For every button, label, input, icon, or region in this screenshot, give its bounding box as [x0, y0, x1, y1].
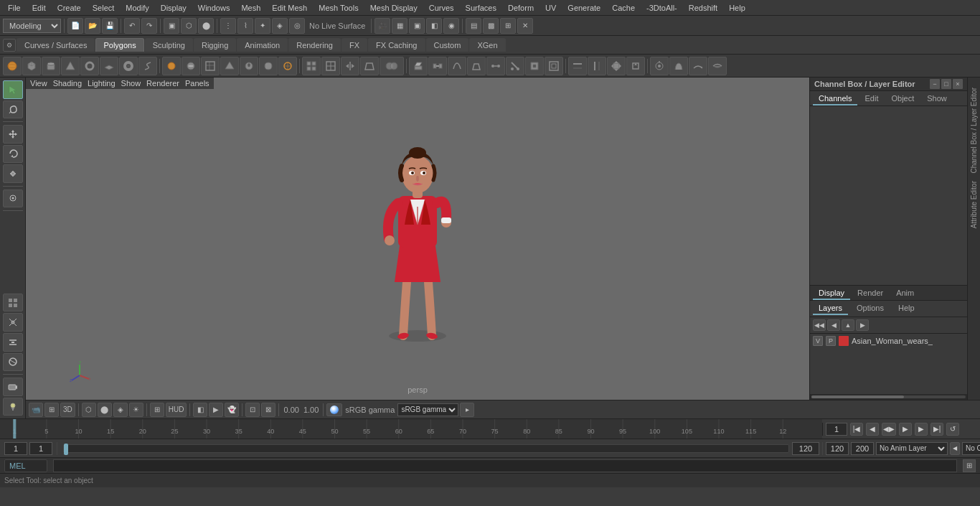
deform-btn[interactable]	[669, 57, 688, 75]
tab-settings-btn[interactable]: ⚙	[3, 39, 16, 52]
layer-p-btn[interactable]: P	[826, 336, 836, 346]
bridge-btn[interactable]	[428, 57, 447, 75]
ring-sel-btn[interactable]	[588, 57, 606, 75]
vt-texture-btn[interactable]: ◈	[113, 403, 128, 417]
transport-prev-frame-btn[interactable]: ◀	[866, 423, 879, 436]
lattice-btn[interactable]	[201, 57, 220, 75]
playback-bar[interactable]	[63, 444, 789, 453]
platonic-btn[interactable]	[220, 57, 239, 75]
menu-select[interactable]: Select	[88, 2, 120, 14]
command-line-input[interactable]	[53, 459, 957, 472]
menu-mesh[interactable]: Mesh	[236, 2, 265, 14]
vp-panels-menu[interactable]: Panels	[185, 79, 209, 88]
cb-tab-show[interactable]: Show	[921, 93, 953, 106]
menu-file[interactable]: File	[3, 2, 26, 14]
tab-animation[interactable]: Animation	[237, 38, 288, 52]
mel-indicator[interactable]: MEL	[4, 459, 47, 472]
vp-show-menu[interactable]: Show	[121, 79, 141, 88]
menu-surfaces[interactable]: Surfaces	[461, 2, 501, 14]
menu-windows[interactable]: Windows	[193, 2, 235, 14]
light-tool-btn[interactable]	[3, 398, 23, 416]
camera-btn[interactable]: 🎥	[374, 18, 390, 34]
vp-shading-menu[interactable]: Shading	[53, 79, 82, 88]
display-mode-btn[interactable]	[3, 294, 23, 312]
vp-lighting-menu[interactable]: Lighting	[88, 79, 116, 88]
show-manipulator-btn[interactable]	[3, 189, 23, 208]
start-frame-input[interactable]	[4, 442, 27, 455]
bevel-btn[interactable]	[360, 57, 379, 75]
vt-anim-btn[interactable]: ▶	[209, 403, 223, 417]
lasso-btn[interactable]: ⬡	[181, 18, 197, 34]
range-end-input[interactable]	[826, 442, 849, 455]
anim-layer-btn1[interactable]: ◀	[950, 442, 960, 455]
transport-next-frame-btn[interactable]: ▶	[915, 423, 928, 436]
layer-tab-anim[interactable]: Anim	[890, 287, 920, 300]
sphere-btn[interactable]	[3, 57, 22, 75]
vt-light-btn[interactable]: ☀	[129, 403, 143, 417]
mirror-btn[interactable]	[341, 57, 359, 75]
vt-more-btn[interactable]: ▸	[460, 403, 474, 417]
tab-sculpting[interactable]: Sculpting	[145, 38, 193, 52]
layer-back-btn[interactable]: ◀◀	[813, 319, 826, 331]
transport-next-key-btn[interactable]: ▶|	[930, 423, 943, 436]
menu-edit-mesh[interactable]: Edit Mesh	[267, 2, 312, 14]
scale-tool-btn[interactable]	[3, 164, 23, 183]
helix-btn[interactable]	[138, 57, 157, 75]
new-file-btn[interactable]: 📄	[67, 18, 83, 34]
quick-sel-btn[interactable]: ⊞	[500, 18, 516, 34]
viewport[interactable]: View Shading Lighting Show Renderer Pane…	[26, 78, 809, 400]
vp-view-menu[interactable]: View	[30, 79, 47, 88]
shrink-sel-btn[interactable]	[626, 57, 645, 75]
menu-modify[interactable]: Modify	[121, 2, 154, 14]
tab-custom[interactable]: Custom	[426, 38, 469, 52]
combine-btn[interactable]	[380, 57, 404, 75]
transport-prev-key-btn[interactable]: |◀	[850, 423, 863, 436]
vt-extra1-btn[interactable]: ⊡	[245, 403, 260, 417]
pipe-btn[interactable]	[119, 57, 138, 75]
tab-polygons[interactable]: Polygons	[95, 38, 143, 52]
geo-btn[interactable]	[278, 57, 297, 75]
redo-btn[interactable]: ↷	[141, 18, 157, 34]
vt-color-mode-btn[interactable]	[326, 403, 342, 416]
plane-btn[interactable]	[100, 57, 118, 75]
vt-ghost-btn[interactable]: 👻	[225, 403, 239, 417]
save-file-btn[interactable]: 💾	[102, 18, 118, 34]
snap-point-btn[interactable]: ✦	[255, 18, 270, 34]
menu-display[interactable]: Display	[156, 2, 192, 14]
menu-mesh-tools[interactable]: Mesh Tools	[314, 2, 363, 14]
transport-play-btn[interactable]: ▶	[899, 423, 912, 436]
menu-help[interactable]: Help	[724, 2, 750, 14]
move-tool-btn[interactable]	[3, 125, 23, 144]
cylinder-btn[interactable]	[42, 57, 60, 75]
tab-xgen[interactable]: XGen	[469, 38, 505, 52]
menu-mesh-display[interactable]: Mesh Display	[365, 2, 423, 14]
vt-frame-btn[interactable]: ⊞	[44, 403, 59, 417]
layer-row-0[interactable]: V P Asian_Woman_wears_	[810, 334, 967, 348]
render-btn[interactable]: ▦	[392, 18, 407, 34]
right-sidebar-btn[interactable]: ▤	[466, 18, 481, 34]
tab-fx[interactable]: FX	[341, 38, 367, 52]
layer-up-btn[interactable]: ▲	[842, 319, 854, 331]
tab-rigging[interactable]: Rigging	[194, 38, 236, 52]
subdiv-btn[interactable]	[182, 57, 200, 75]
select-btn[interactable]: ▣	[164, 18, 179, 34]
extra-btn2[interactable]: ✕	[517, 18, 533, 34]
ball-btn[interactable]	[162, 57, 181, 75]
attribute-editor-edge-label[interactable]: Attribute Editor	[969, 178, 979, 231]
cb-tab-channels[interactable]: Channels	[813, 93, 857, 106]
undo-btn[interactable]: ↶	[124, 18, 140, 34]
vp-renderer-menu[interactable]: Renderer	[146, 79, 179, 88]
panel-minimize-btn[interactable]: −	[930, 79, 940, 89]
transfer-btn[interactable]	[689, 57, 707, 75]
snap-surface-btn[interactable]: ◎	[289, 18, 305, 34]
open-file-btn[interactable]: 📂	[85, 18, 100, 34]
cb-tab-object[interactable]: Object	[885, 93, 920, 106]
panel-close-btn[interactable]: ×	[953, 79, 963, 89]
snap-grid-btn[interactable]: ⋮	[220, 18, 236, 34]
flip-btn[interactable]	[708, 57, 727, 75]
torus-btn[interactable]	[80, 57, 99, 75]
lasso-tool-btn[interactable]	[3, 100, 23, 119]
layer-v-btn[interactable]: V	[813, 336, 823, 346]
layer-scrollbar[interactable]	[810, 394, 967, 400]
extra-btn1[interactable]: ◉	[443, 18, 459, 34]
